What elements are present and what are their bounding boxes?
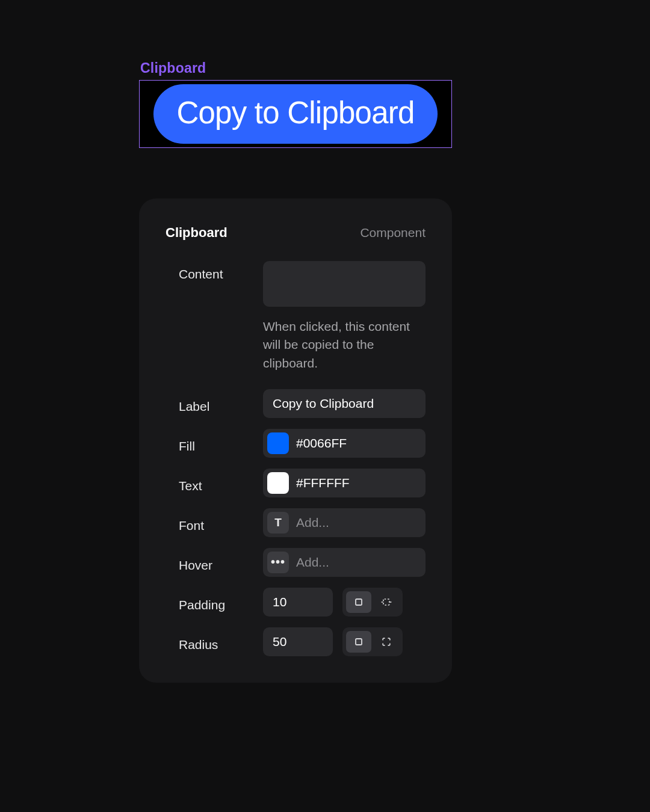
svg-rect-0 (356, 599, 362, 605)
canvas-preview: Clipboard Copy to Clipboard (139, 60, 452, 148)
selection-outline[interactable]: Copy to Clipboard (139, 80, 452, 148)
radius-mode-uniform[interactable] (346, 631, 371, 653)
fill-color-field[interactable]: #0066FF (263, 429, 426, 458)
properties-panel: Clipboard Component Content When clicked… (139, 198, 452, 683)
font-field[interactable]: T Add... (263, 508, 426, 537)
padding-mode-uniform[interactable] (346, 591, 371, 613)
content-help-text: When clicked, this content will be copie… (263, 318, 426, 372)
font-label: Font (166, 512, 263, 533)
text-color-field[interactable]: #FFFFFF (263, 469, 426, 497)
clipboard-button-preview[interactable]: Copy to Clipboard (153, 84, 437, 144)
content-input[interactable] (263, 261, 426, 307)
row-font: Font T Add... (166, 508, 426, 537)
content-label: Content (166, 261, 263, 281)
more-icon: ••• (267, 552, 289, 573)
svg-rect-1 (383, 599, 389, 605)
row-radius: Radius (166, 627, 426, 656)
fill-label: Fill (166, 433, 263, 454)
row-padding: Padding (166, 588, 426, 617)
label-field-label: Label (166, 393, 263, 414)
radius-uniform-icon (353, 636, 365, 648)
hover-placeholder: Add... (296, 555, 329, 570)
row-text: Text #FFFFFF (166, 469, 426, 497)
padding-uniform-icon (353, 596, 365, 608)
radius-mode-segmented (342, 627, 403, 656)
row-hover: Hover ••• Add... (166, 548, 426, 577)
fill-value: #0066FF (296, 436, 347, 451)
radius-input[interactable] (263, 627, 333, 656)
text-swatch (267, 472, 289, 494)
radius-mode-independent[interactable] (374, 631, 399, 653)
panel-title: Clipboard (166, 225, 228, 241)
label-input[interactable] (263, 389, 426, 418)
font-placeholder: Add... (296, 515, 329, 530)
hover-label: Hover (166, 552, 263, 573)
padding-input[interactable] (263, 588, 333, 617)
svg-rect-4 (356, 639, 362, 645)
padding-independent-icon (380, 596, 392, 608)
panel-type: Component (360, 226, 426, 240)
hover-field[interactable]: ••• Add... (263, 548, 426, 577)
padding-label: Padding (166, 592, 263, 612)
row-content: Content (166, 261, 426, 307)
row-label: Label (166, 389, 426, 418)
padding-mode-independent[interactable] (374, 591, 399, 613)
row-fill: Fill #0066FF (166, 429, 426, 458)
fill-swatch (267, 432, 289, 454)
panel-header: Clipboard Component (166, 225, 426, 241)
component-tag: Clipboard (140, 60, 452, 76)
padding-mode-segmented (342, 588, 403, 617)
radius-independent-icon (380, 636, 392, 648)
radius-label: Radius (166, 632, 263, 652)
text-type-icon: T (267, 512, 289, 534)
text-value: #FFFFFF (296, 476, 350, 490)
text-label: Text (166, 473, 263, 493)
